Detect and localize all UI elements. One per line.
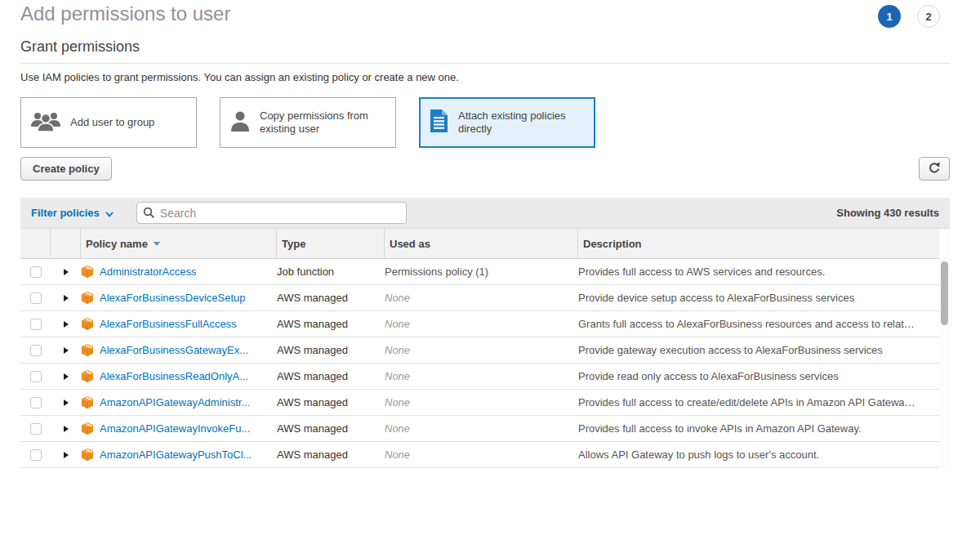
policy-name-link[interactable]: AlexaForBusinessReadOnlyA... (100, 370, 248, 382)
type-cell: Job function (277, 266, 385, 278)
used-as-cell-wrap: None (385, 396, 578, 408)
type-cell: AWS managed (277, 449, 385, 461)
option-label: Copy permissions from existing user (260, 109, 386, 136)
row-checkbox[interactable] (30, 345, 42, 356)
row-checkbox-cell (20, 423, 51, 435)
policy-name-link[interactable]: AmazonAPIGatewayPushToCl... (100, 449, 252, 461)
expand-caret-icon[interactable] (64, 373, 69, 380)
row-checkbox[interactable] (30, 319, 42, 330)
filter-policies-dropdown[interactable]: Filter policies (31, 206, 114, 221)
used-as-cell-wrap: None (385, 422, 578, 435)
type-cell: AWS managed (277, 422, 385, 435)
refresh-icon (928, 161, 941, 176)
header-expand-cell (51, 229, 81, 258)
policy-name-link[interactable]: AlexaForBusinessFullAccess (100, 318, 237, 330)
wizard-steps: 1 2 (878, 5, 940, 28)
row-checkbox-cell (20, 266, 51, 278)
type-text: AWS managed (277, 449, 348, 461)
description-text: Grants full access to AlexaForBusiness r… (578, 318, 915, 330)
column-header-label: Used as (390, 238, 430, 250)
used-as-cell-wrap: None (385, 318, 578, 330)
type-text: AWS managed (277, 370, 348, 382)
search-input[interactable] (136, 202, 407, 224)
table-row: AlexaForBusinessReadOnlyA... AWS managed… (20, 364, 939, 390)
row-checkbox[interactable] (30, 397, 42, 408)
type-cell: AWS managed (277, 344, 385, 356)
type-text: AWS managed (277, 318, 348, 330)
search-box (136, 202, 407, 224)
used-as-cell: None (385, 344, 410, 356)
expand-caret-icon[interactable] (64, 269, 69, 275)
type-cell: AWS managed (277, 370, 385, 382)
row-expand-cell (51, 426, 81, 432)
policy-cube-icon (81, 265, 94, 279)
expand-caret-icon[interactable] (64, 452, 69, 458)
description-cell: Grants full access to AlexaForBusiness r… (578, 318, 939, 330)
policy-name-link[interactable]: AmazonAPIGatewayAdministr... (100, 396, 250, 408)
description-text: Provide device setup access to AlexaForB… (578, 292, 854, 304)
table-row: AmazonAPIGatewayInvokeFu... AWS managed … (20, 416, 939, 442)
used-as-cell: None (385, 292, 410, 304)
expand-caret-icon[interactable] (64, 347, 69, 354)
description-text: Provide read only access to AlexaForBusi… (578, 370, 839, 382)
table-row: AmazonAPIGatewayAdministr... AWS managed… (20, 390, 939, 416)
description-cell: Provides full access to create/edit/dele… (578, 396, 939, 408)
row-checkbox[interactable] (30, 449, 42, 461)
description-text: Provides full access to create/edit/dele… (578, 396, 915, 408)
create-policy-button[interactable]: Create policy (20, 157, 112, 181)
expand-caret-icon[interactable] (64, 426, 69, 432)
column-header-description[interactable]: Description (578, 229, 939, 258)
policy-cube-icon (81, 317, 94, 331)
refresh-button[interactable] (919, 157, 950, 181)
policy-name-link[interactable]: AdministratorAccess (100, 266, 196, 278)
policy-name-link[interactable]: AlexaForBusinessDeviceSetup (100, 292, 245, 304)
column-header-label: Description (583, 238, 642, 250)
row-checkbox[interactable] (30, 423, 42, 435)
row-checkbox-cell (20, 292, 51, 304)
expand-caret-icon[interactable] (64, 295, 69, 301)
option-attach-existing-policies[interactable]: Attach existing policies directly (419, 97, 595, 148)
expand-caret-icon[interactable] (64, 321, 69, 328)
description-text: Provides full access to AWS services and… (578, 266, 825, 278)
option-add-user-to-group[interactable]: Add user to group (20, 97, 197, 148)
used-as-cell: None (385, 422, 410, 435)
description-cell: Provides full access to AWS services and… (578, 266, 939, 278)
type-cell: AWS managed (277, 318, 385, 330)
row-expand-cell (51, 269, 81, 275)
description-cell: Provide read only access to AlexaForBusi… (578, 370, 939, 382)
description-cell: Provide gateway execution access to Alex… (578, 344, 939, 356)
policy-name-link[interactable]: AmazonAPIGatewayInvokeFu... (100, 422, 250, 435)
wizard-step-1[interactable]: 1 (878, 5, 901, 28)
row-checkbox[interactable] (30, 371, 42, 382)
row-expand-cell (51, 373, 81, 380)
policy-name-cell: AmazonAPIGatewayPushToCl... (81, 448, 277, 462)
policy-name-cell: AdministratorAccess (81, 265, 277, 279)
used-as-cell: None (385, 449, 410, 461)
option-copy-permissions[interactable]: Copy permissions from existing user (220, 97, 396, 148)
column-header-policy-name[interactable]: Policy name (81, 229, 277, 258)
section-description: Use IAM policies to grant permissions. Y… (20, 71, 950, 83)
policies-table: Policy name Type Used as Description (20, 229, 950, 468)
table-body: AdministratorAccess Job function Permiss… (20, 259, 939, 468)
type-cell: AWS managed (277, 292, 385, 304)
policy-cube-icon (81, 448, 94, 462)
column-header-used-as[interactable]: Used as (385, 229, 578, 258)
used-as-cell: None (385, 370, 410, 382)
policy-name-link[interactable]: AlexaForBusinessGatewayEx... (100, 344, 248, 356)
document-icon (429, 109, 449, 136)
description-cell: Allows API Gateway to push logs to user'… (578, 449, 939, 461)
scrollbar-thumb[interactable] (941, 261, 948, 325)
row-checkbox[interactable] (30, 292, 42, 304)
wizard-step-2[interactable]: 2 (917, 5, 940, 28)
used-as-cell: Permissions policy (1) (385, 266, 488, 278)
vertical-scrollbar[interactable] (939, 229, 950, 468)
option-label: Add user to group (70, 116, 154, 129)
row-checkbox[interactable] (30, 266, 42, 278)
used-as-cell-wrap: None (385, 292, 578, 304)
table-row: AdministratorAccess Job function Permiss… (20, 259, 939, 285)
option-label: Attach existing policies directly (458, 109, 586, 136)
expand-caret-icon[interactable] (64, 399, 69, 406)
row-checkbox-cell (20, 319, 51, 330)
used-as-cell: None (385, 396, 410, 408)
column-header-type[interactable]: Type (277, 229, 385, 258)
